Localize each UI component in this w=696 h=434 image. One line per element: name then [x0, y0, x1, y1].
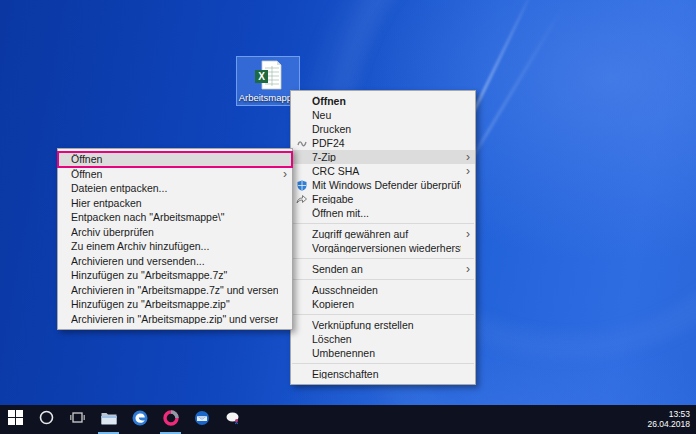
menu-item-label: Öffnen	[71, 154, 278, 165]
7zip-submenu: ÖffnenÖffnen›Dateien entpacken...Hier en…	[57, 148, 293, 330]
file-explorer-icon	[101, 411, 117, 429]
menu-item-label: Hier entpacken	[71, 198, 278, 209]
menu-item-label: Eigenschaften	[312, 369, 461, 380]
taskbar-button-task-view[interactable]	[62, 405, 93, 434]
menu-item-label: Drucken	[312, 124, 461, 135]
submenu-arrow-icon: ›	[461, 165, 475, 177]
task-view-icon	[70, 410, 85, 429]
menu-item-label: Öffnen	[71, 169, 278, 180]
menu-separator	[292, 258, 474, 259]
taskbar-button-edge[interactable]	[124, 405, 155, 434]
menu-item-label: Archivieren in "Arbeitsmappe.zip" und ve…	[71, 314, 278, 325]
menu-item-label: Öffnen	[312, 96, 461, 107]
menu-item-label: 7-Zip	[312, 152, 461, 163]
menu-item-drucken[interactable]: Drucken	[291, 122, 475, 136]
menu-item-label: Archivieren in "Arbeitsmappe.7z" und ver…	[71, 285, 278, 296]
taskbar-clock[interactable]: 13:53 26.04.2018	[647, 409, 690, 429]
menu-item-label: Senden an	[312, 264, 461, 275]
desktop-icon-label: Arbeitsmappe	[239, 92, 298, 103]
menu-item-ffnen[interactable]: Öffnen	[58, 152, 292, 167]
menu-item-neu[interactable]: Neu	[291, 108, 475, 122]
menu-item-label: Entpacken nach "Arbeitsmappe\"	[71, 212, 278, 223]
menu-item-7-zip[interactable]: 7-Zip›	[291, 150, 475, 164]
menu-item-hinzuf-gen-zu-arbeitsmappe-7z[interactable]: Hinzufügen zu "Arbeitsmappe.7z"	[58, 268, 292, 283]
menu-item-freigabe[interactable]: Freigabe	[291, 192, 475, 206]
menu-item-vorg-ngerversionen-wiederherstellen[interactable]: Vorgängerversionen wiederherstellen	[291, 241, 475, 255]
menu-item-label: Umbenennen	[312, 348, 461, 359]
menu-item-label: PDF24	[312, 138, 461, 149]
pdf24-icon	[291, 138, 312, 148]
menu-item-label: Dateien entpacken...	[71, 183, 278, 194]
taskbar-buttons	[0, 405, 248, 434]
menu-item-crc-sha[interactable]: CRC SHA›	[291, 164, 475, 178]
menu-item-ffnen-mit[interactable]: Öffnen mit...	[291, 206, 475, 220]
menu-item-label: Archivieren und versenden...	[71, 256, 278, 267]
defender-icon	[291, 180, 312, 191]
menu-item-label: Verknüpfung erstellen	[312, 320, 461, 331]
menu-separator	[292, 279, 474, 280]
taskbar-button-file-explorer[interactable]	[93, 405, 124, 434]
menu-item-eigenschaften[interactable]: Eigenschaften	[291, 367, 475, 381]
menu-item-hier-entpacken[interactable]: Hier entpacken	[58, 196, 292, 211]
cortana-icon	[39, 410, 54, 429]
context-menu: ÖffnenNeuDruckenPDF247-Zip›CRC SHA›Mit W…	[290, 90, 476, 385]
menu-item-senden-an[interactable]: Senden an›	[291, 262, 475, 276]
menu-item-ausschneiden[interactable]: Ausschneiden	[291, 283, 475, 297]
menu-item-label: CRC SHA	[312, 166, 461, 177]
start-icon	[8, 410, 23, 429]
menu-item-entpacken-nach-arbeitsmappe[interactable]: Entpacken nach "Arbeitsmappe\"	[58, 210, 292, 225]
clock-time: 13:53	[647, 409, 690, 419]
menu-item-ffnen[interactable]: Öffnen	[291, 94, 475, 108]
taskbar-button-white-app[interactable]	[217, 405, 248, 434]
submenu-arrow-icon: ›	[461, 263, 475, 275]
taskbar-button-cortana[interactable]	[31, 405, 62, 434]
menu-item-label: Löschen	[312, 334, 461, 345]
excel-file-icon: X	[252, 59, 284, 91]
menu-item-ffnen[interactable]: Öffnen›	[58, 167, 292, 182]
white-app-icon	[225, 410, 241, 430]
menu-item-label: Archiv überprüfen	[71, 227, 278, 238]
menu-item-l-schen[interactable]: Löschen	[291, 332, 475, 346]
submenu-arrow-icon: ›	[461, 151, 475, 163]
menu-item-mit-windows-defender-berpr-fen[interactable]: Mit Windows Defender überprüfen...	[291, 178, 475, 192]
svg-text:X: X	[258, 71, 265, 82]
menu-item-label: Freigabe	[312, 194, 461, 205]
submenu-arrow-icon: ›	[278, 168, 292, 180]
menu-item-label: Zu einem Archiv hinzufügen...	[71, 241, 278, 252]
menu-item-archivieren-in-arbeitsmappe-7z-und-versenden[interactable]: Archivieren in "Arbeitsmappe.7z" und ver…	[58, 283, 292, 298]
menu-item-hinzuf-gen-zu-arbeitsmappe-zip[interactable]: Hinzufügen zu "Arbeitsmappe.zip"	[58, 297, 292, 312]
menu-item-verkn-pfung-erstellen[interactable]: Verknüpfung erstellen	[291, 318, 475, 332]
menu-item-umbenennen[interactable]: Umbenennen	[291, 346, 475, 360]
menu-item-dateien-entpacken[interactable]: Dateien entpacken...	[58, 181, 292, 196]
menu-item-label: Vorgängerversionen wiederherstellen	[312, 243, 461, 254]
mail-app-icon	[194, 410, 210, 430]
desktop-wallpaper: X Arbeitsmappe ÖffnenÖffnen›Dateien entp…	[0, 0, 696, 434]
menu-item-label: Hinzufügen zu "Arbeitsmappe.7z"	[71, 270, 278, 281]
menu-item-kopieren[interactable]: Kopieren	[291, 297, 475, 311]
edge-icon	[132, 410, 148, 430]
menu-item-archivieren-in-arbeitsmappe-zip-und-versenden[interactable]: Archivieren in "Arbeitsmappe.zip" und ve…	[58, 312, 292, 327]
menu-separator	[292, 223, 474, 224]
menu-item-archivieren-und-versenden[interactable]: Archivieren und versenden...	[58, 254, 292, 269]
menu-item-pdf24[interactable]: PDF24	[291, 136, 475, 150]
menu-item-zu-einem-archiv-hinzuf-gen[interactable]: Zu einem Archiv hinzufügen...	[58, 239, 292, 254]
menu-separator	[292, 363, 474, 364]
taskbar-button-start[interactable]	[0, 405, 31, 434]
menu-item-archiv-berpr-fen[interactable]: Archiv überprüfen	[58, 225, 292, 240]
taskbar-button-pink-app[interactable]	[155, 405, 186, 434]
submenu-arrow-icon: ›	[461, 228, 475, 240]
menu-item-label: Zugriff gewähren auf	[312, 229, 461, 240]
pink-app-icon	[163, 410, 179, 430]
clock-date: 26.04.2018	[647, 419, 690, 429]
menu-item-label: Öffnen mit...	[312, 208, 461, 219]
menu-item-zugriff-gew-hren-auf[interactable]: Zugriff gewähren auf›	[291, 227, 475, 241]
menu-item-label: Ausschneiden	[312, 285, 461, 296]
menu-separator	[292, 314, 474, 315]
taskbar: 13:53 26.04.2018	[0, 405, 696, 434]
share-icon	[291, 194, 312, 204]
menu-item-label: Neu	[312, 110, 461, 121]
menu-item-label: Mit Windows Defender überprüfen...	[312, 180, 461, 191]
menu-item-label: Hinzufügen zu "Arbeitsmappe.zip"	[71, 299, 278, 310]
menu-item-label: Kopieren	[312, 299, 461, 310]
taskbar-button-mail-app[interactable]	[186, 405, 217, 434]
